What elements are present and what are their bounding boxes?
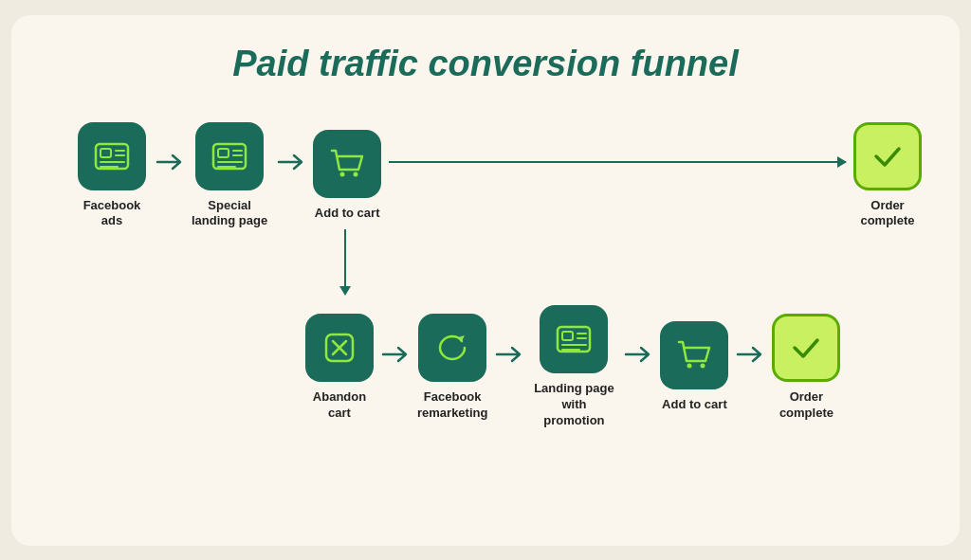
step-abandon-cart: Abandoncart (305, 314, 374, 422)
arrow-1 (154, 147, 184, 177)
svg-rect-1 (101, 149, 111, 157)
step-add-to-cart-2: Add to cart (660, 321, 728, 413)
icon-order-complete-2 (772, 314, 840, 382)
vertical-section (49, 229, 922, 296)
main-card: Paid traffic conversion funnel Facebooka… (11, 15, 960, 546)
step-facebook-remarketing: Facebookremarketing (417, 314, 487, 422)
bottom-row: Abandoncart Facebookremarketin (49, 305, 922, 429)
svg-point-22 (701, 364, 705, 369)
svg-rect-7 (218, 149, 229, 157)
arrow-5 (624, 343, 652, 366)
label-add-to-cart-2: Add to cart (662, 397, 727, 413)
arrow-3 (381, 343, 410, 366)
step-order-complete-2: Ordercomplete (772, 314, 840, 422)
svg-rect-16 (562, 332, 573, 340)
bottom-row-inner: Abandoncart Facebookremarketin (305, 305, 840, 429)
top-row: Facebookads Specialla (49, 122, 922, 230)
vertical-arrow (339, 229, 351, 296)
label-add-to-cart-1: Add to cart (315, 206, 380, 222)
svg-point-13 (354, 172, 358, 176)
icon-facebook-ads (78, 122, 146, 190)
page-title: Paid traffic conversion funnel (232, 44, 739, 84)
icon-order-complete-1 (853, 122, 922, 190)
icon-abandon-cart (305, 314, 374, 382)
svg-point-21 (687, 364, 692, 369)
step-add-to-cart-1: Add to cart (313, 130, 381, 222)
step-landing-promotion: Landing pagewith promotion (531, 305, 616, 429)
arrow-2 (275, 147, 305, 177)
arrow-4 (495, 343, 523, 366)
icon-landing-promotion (540, 305, 608, 373)
svg-point-12 (340, 172, 345, 176)
label-order-complete-2: Ordercomplete (779, 389, 834, 422)
step-order-complete-1: Ordercomplete (853, 122, 922, 230)
label-landing-promotion: Landing pagewith promotion (531, 381, 616, 429)
icon-facebook-remarketing (418, 314, 486, 382)
step-special-landing: Speciallanding page (192, 122, 267, 230)
icon-add-to-cart-1 (313, 130, 381, 198)
arrow-6 (736, 343, 764, 366)
long-arrow-top (389, 161, 846, 163)
label-facebook-ads: Facebookads (83, 198, 141, 230)
label-order-complete-1: Ordercomplete (860, 198, 914, 230)
icon-special-landing (195, 122, 264, 190)
funnel-container: Facebookads Specialla (49, 122, 922, 429)
label-special-landing: Speciallanding page (192, 198, 267, 230)
step-facebook-ads: Facebookads (78, 122, 146, 230)
icon-add-to-cart-2 (660, 321, 728, 389)
label-facebook-remarketing: Facebookremarketing (417, 389, 487, 422)
label-abandon-cart: Abandoncart (313, 389, 366, 422)
